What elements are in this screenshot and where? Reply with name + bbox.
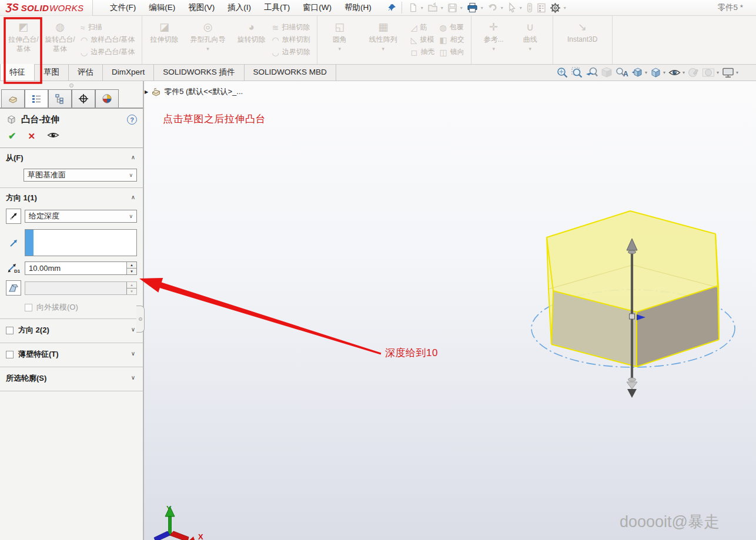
- end-condition-select[interactable]: 给定深度 ∨: [25, 210, 137, 223]
- save-button[interactable]: [446, 2, 459, 14]
- view-orientation-icon[interactable]: ▾: [631, 66, 647, 79]
- draft-button[interactable]: ◺ 拔模: [411, 35, 435, 45]
- zoom-to-fit-icon[interactable]: [556, 66, 568, 79]
- menu-edit[interactable]: 编辑(E): [142, 0, 182, 15]
- curves-caret[interactable]: ▾: [528, 46, 531, 52]
- direction-reference-box[interactable]: [25, 229, 137, 256]
- reference-geometry-button[interactable]: ✛ 参考... ▾: [476, 18, 512, 62]
- options-gear-icon[interactable]: [548, 2, 562, 14]
- options-caret[interactable]: ▾: [564, 5, 566, 11]
- undo-caret[interactable]: ▾: [501, 5, 503, 11]
- revolve-boss-button[interactable]: ◍ 旋转凸台/基体: [42, 18, 78, 62]
- preview-eye-icon[interactable]: [47, 131, 59, 141]
- linear-pattern-caret[interactable]: ▾: [382, 46, 385, 52]
- zoom-to-area-icon[interactable]: [571, 66, 583, 79]
- thin-feature-checkbox[interactable]: [6, 351, 14, 358]
- hole-wizard-button[interactable]: ◎ 异型孔向导 ▾: [183, 18, 233, 62]
- menu-window[interactable]: 窗口(W): [296, 0, 338, 15]
- menu-file[interactable]: 文件(F): [103, 0, 142, 15]
- print-button[interactable]: [466, 2, 479, 14]
- boundary-cut-button[interactable]: ◡ 边界切除: [272, 47, 310, 58]
- tab-evaluate[interactable]: 评估: [69, 64, 103, 81]
- handle-mid-grip[interactable]: [630, 314, 635, 319]
- configuration-manager-tab[interactable]: [48, 89, 72, 108]
- cancel-button[interactable]: ✕: [28, 131, 35, 142]
- help-icon[interactable]: ?: [127, 115, 137, 125]
- direction1-collapse-chevron[interactable]: ∧: [131, 194, 135, 200]
- new-document-caret[interactable]: ▾: [421, 5, 423, 11]
- view-settings-caret[interactable]: ▾: [736, 70, 738, 75]
- boundary-boss-button[interactable]: ◡ 边界凸台/基体: [81, 47, 135, 58]
- view-orientation-caret[interactable]: ▾: [645, 70, 647, 75]
- direction2-header[interactable]: 方向 2(2): [18, 325, 49, 336]
- shell-button[interactable]: ◻ 抽壳: [411, 47, 435, 58]
- extrude-boss-button[interactable]: ◩ 拉伸凸台/基体: [5, 18, 42, 62]
- lofted-cut-button[interactable]: ◠ 放样切割: [272, 35, 310, 45]
- print-caret[interactable]: ▾: [481, 5, 483, 11]
- tab-sketch[interactable]: 草图: [35, 64, 69, 81]
- graphics-viewport[interactable]: ▶ 零件5 (默认<<默认>_... 点击草图之后拉伸凸台 深度给到10 Y X…: [144, 81, 756, 540]
- tree-item-part[interactable]: 零件5 (默认<<默认>_...: [164, 86, 243, 97]
- open-caret[interactable]: ▾: [441, 5, 443, 11]
- apply-scene-caret[interactable]: ▾: [717, 70, 719, 75]
- menu-tools[interactable]: 工具(T): [257, 0, 296, 15]
- loft-button[interactable]: ◠ 放样凸台/基体: [81, 35, 135, 45]
- thin-feature-expand-chevron[interactable]: ∨: [131, 350, 135, 357]
- ok-button[interactable]: ✔: [8, 130, 16, 142]
- intersect-button[interactable]: ◧ 相交: [439, 35, 464, 45]
- rib-button[interactable]: ◿ 筋: [411, 22, 435, 33]
- tab-solidworks-mbd[interactable]: SOLIDWORKS MBD: [245, 64, 336, 81]
- wrap-button[interactable]: ◍ 包覆: [439, 22, 464, 33]
- menu-view[interactable]: 视图(V): [182, 0, 221, 15]
- new-document-button[interactable]: [407, 2, 419, 14]
- property-manager-tab[interactable]: [25, 89, 48, 108]
- sweep-button[interactable]: ≈ 扫描: [81, 22, 135, 33]
- reference-caret[interactable]: ▾: [492, 46, 495, 52]
- annotation-view-icon[interactable]: A: [615, 66, 628, 79]
- from-header[interactable]: 从(F): [6, 153, 137, 163]
- selected-contours-header[interactable]: 所选轮廓(S): [6, 373, 46, 384]
- panel-collapse-handle[interactable]: [136, 306, 145, 333]
- display-manager-tab[interactable]: [95, 89, 119, 108]
- hide-show-items-icon[interactable]: ▾: [668, 66, 685, 79]
- swept-cut-button[interactable]: ≋ 扫描切除: [272, 22, 310, 33]
- display-style-icon[interactable]: ▾: [650, 66, 665, 79]
- handle-bottom-arrow-2[interactable]: [627, 389, 637, 398]
- depth-spin-up[interactable]: ▲: [127, 262, 136, 269]
- menu-insert[interactable]: 插入(I): [221, 0, 257, 15]
- feature-manager-tab[interactable]: [1, 89, 25, 108]
- open-button[interactable]: [426, 2, 439, 14]
- dimxpert-manager-tab[interactable]: [72, 89, 95, 108]
- handle-bottom-arrow-1[interactable]: [627, 382, 637, 389]
- file-properties-button[interactable]: [536, 2, 547, 14]
- direction2-checkbox[interactable]: [6, 327, 14, 334]
- pin-menu-icon[interactable]: [383, 2, 402, 14]
- depth-value[interactable]: 10.00mm: [25, 262, 126, 274]
- tab-features[interactable]: 特征: [0, 64, 35, 81]
- curves-button[interactable]: ∪ 曲线 ▾: [512, 18, 548, 62]
- tab-dimxpert[interactable]: DimXpert: [103, 64, 154, 81]
- mirror-button[interactable]: ◫ 镜向: [439, 47, 464, 58]
- extruded-cut-button[interactable]: ◪ 拉伸切除: [146, 18, 183, 62]
- tree-expand-arrow[interactable]: ▶: [145, 89, 148, 95]
- save-caret[interactable]: ▾: [460, 5, 463, 11]
- direction1-header[interactable]: 方向 1(1): [6, 193, 137, 203]
- select-caret[interactable]: ▾: [520, 5, 522, 11]
- from-condition-select[interactable]: 草图基准面 ∨: [24, 169, 137, 182]
- display-style-caret[interactable]: ▾: [663, 70, 665, 75]
- feature-tree-flyout[interactable]: ▶ 零件5 (默认<<默认>_...: [144, 86, 243, 97]
- linear-pattern-button[interactable]: ▦ 线性阵列 ▾: [358, 18, 409, 62]
- select-button[interactable]: [506, 2, 518, 14]
- depth-field[interactable]: 10.00mm ▲ ▼: [25, 261, 137, 275]
- thin-feature-header[interactable]: 薄壁特征(T): [18, 349, 59, 360]
- selected-contours-expand-chevron[interactable]: ∨: [131, 374, 135, 381]
- panel-splitter-handle[interactable]: [0, 81, 143, 89]
- undo-button[interactable]: [486, 2, 499, 14]
- previous-view-icon[interactable]: [586, 66, 598, 79]
- hole-wizard-caret[interactable]: ▾: [206, 46, 209, 52]
- reverse-direction-button[interactable]: [6, 209, 21, 224]
- fillet-caret[interactable]: ▾: [339, 46, 342, 52]
- depth-spinner[interactable]: ▲ ▼: [126, 262, 136, 274]
- tab-solidworks-addins[interactable]: SOLIDWORKS 插件: [154, 64, 244, 81]
- view-settings-icon[interactable]: ▾: [721, 66, 738, 79]
